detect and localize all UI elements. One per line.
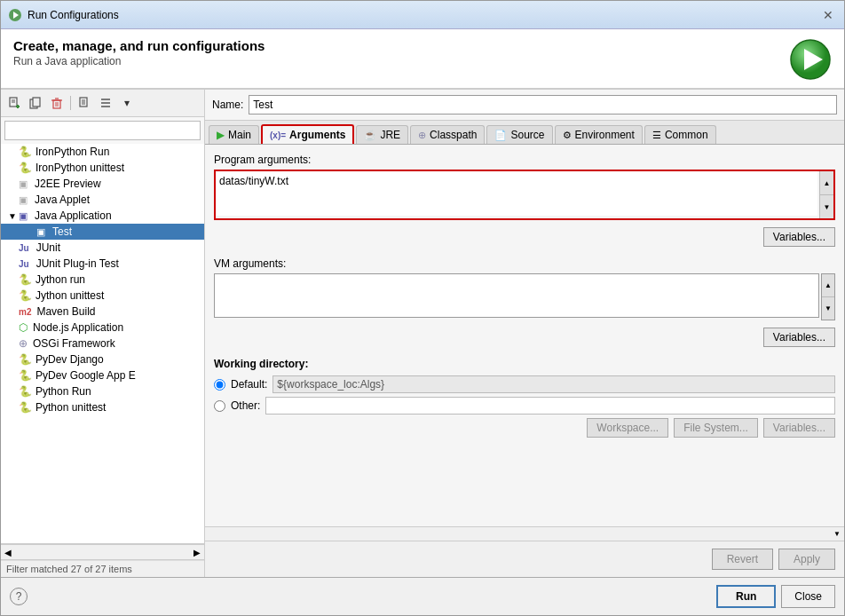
python-unittest-icon: 🐍 bbox=[19, 401, 32, 414]
java-app-icon: ▣ bbox=[19, 210, 28, 222]
tab-classpath[interactable]: ⊕ Classpath bbox=[410, 125, 485, 144]
vm-scroll-up-btn[interactable]: ▲ bbox=[822, 274, 834, 297]
tree-item-jython-unittest[interactable]: 🐍 Jython unittest bbox=[1, 288, 204, 304]
python-run-icon: 🐍 bbox=[19, 385, 32, 398]
tree-item-label: Node.js Application bbox=[33, 321, 123, 334]
dropdown-button[interactable]: ▾ bbox=[117, 93, 137, 113]
tree-item-nodejs[interactable]: ⬡ Node.js Application bbox=[1, 320, 204, 336]
junit-plugin-icon: Ju bbox=[19, 259, 29, 269]
tree-item-java-app-group[interactable]: ▼ ▣ Java Application bbox=[1, 208, 204, 224]
tree-item-junit-plugin[interactable]: Ju JUnit Plug-in Test bbox=[1, 256, 204, 272]
expand-icon: ▼ bbox=[8, 211, 17, 221]
left-toolbar: ▾ bbox=[1, 90, 204, 117]
tree-item-label: Python Run bbox=[36, 385, 91, 398]
search-input[interactable] bbox=[4, 121, 201, 140]
other-radio-label: Other: bbox=[231, 399, 260, 412]
duplicate-config-button[interactable] bbox=[26, 93, 45, 113]
tree-item-label: JUnit Plug-in Test bbox=[36, 257, 119, 270]
tree-item-label: Jython run bbox=[36, 273, 85, 286]
tab-environment[interactable]: ⚙ Environment bbox=[555, 125, 643, 144]
other-value-field[interactable] bbox=[265, 397, 835, 415]
scroll-down-indicator[interactable]: ▼ bbox=[833, 530, 841, 538]
header-title: Create, manage, and run configurations bbox=[13, 38, 265, 53]
tree-item-test[interactable]: ▣ Test bbox=[1, 224, 204, 240]
pydev-google-icon: 🐍 bbox=[19, 369, 32, 382]
jython-unittest-icon: 🐍 bbox=[19, 289, 32, 302]
config-tree: 🐍 IronPython Run 🐍 IronPython unittest ▣… bbox=[1, 144, 204, 544]
tab-arguments[interactable]: (x)= Arguments bbox=[261, 124, 354, 144]
vm-args-variables-button[interactable]: Variables... bbox=[763, 328, 835, 347]
collapse-all-button[interactable] bbox=[96, 93, 115, 113]
vm-args-input[interactable] bbox=[214, 273, 819, 318]
title-bar-left: Run Configurations bbox=[8, 8, 119, 22]
run-icon bbox=[8, 8, 22, 22]
footer-close-button[interactable]: Close bbox=[781, 585, 835, 608]
tree-item-pydev-django[interactable]: 🐍 PyDev Django bbox=[1, 351, 204, 367]
help-button[interactable]: ? bbox=[10, 588, 28, 605]
svg-rect-10 bbox=[33, 98, 40, 107]
scroll-left-icon[interactable]: ◀ bbox=[4, 548, 12, 557]
apply-button[interactable]: Apply bbox=[778, 549, 835, 570]
tab-common[interactable]: ☰ Common bbox=[644, 125, 716, 144]
other-radio[interactable] bbox=[214, 400, 225, 412]
dialog-title: Run Configurations bbox=[28, 9, 119, 21]
tab-jre[interactable]: ☕ JRE bbox=[356, 125, 408, 144]
java-applet-icon: ▣ bbox=[19, 194, 28, 206]
tab-main[interactable]: ▶ Main bbox=[209, 125, 259, 144]
vm-args-section: VM arguments: ▲ ▼ Variables... bbox=[214, 257, 835, 347]
header-section: Create, manage, and run configurations R… bbox=[1, 29, 844, 89]
scroll-down-btn[interactable]: ▼ bbox=[820, 195, 833, 218]
scroll-right-icon[interactable]: ▶ bbox=[193, 548, 201, 557]
delete-config-button[interactable] bbox=[47, 93, 67, 113]
tree-item-label: PyDev Google App E bbox=[36, 369, 136, 382]
tree-item-junit[interactable]: Ju JUnit bbox=[1, 240, 204, 256]
vm-scroll-down-btn[interactable]: ▼ bbox=[822, 297, 834, 320]
other-radio-row: Other: bbox=[214, 397, 835, 415]
tree-item-maven[interactable]: m2 Maven Build bbox=[1, 304, 204, 320]
dir-variables-button[interactable]: Variables... bbox=[763, 418, 835, 438]
default-value-field bbox=[272, 375, 835, 393]
tree-item-java-applet[interactable]: ▣ Java Applet bbox=[1, 192, 204, 208]
tab-source[interactable]: 📄 Source bbox=[486, 125, 552, 144]
header-content: Create, manage, and run configurations R… bbox=[1, 29, 844, 89]
new-config-button[interactable] bbox=[4, 93, 24, 113]
program-args-scrollbar: ▲ ▼ bbox=[819, 171, 833, 218]
dir-buttons-row: Workspace... File System... Variables... bbox=[214, 418, 835, 438]
run-play-button[interactable] bbox=[789, 38, 832, 81]
run-button[interactable]: Run bbox=[716, 585, 776, 608]
tree-item-python-run[interactable]: 🐍 Python Run bbox=[1, 383, 204, 399]
program-args-wrapper: datas/tinyW.txt ▲ ▼ bbox=[214, 170, 835, 220]
tree-item-label: IronPython unittest bbox=[36, 162, 124, 174]
working-dir-label: Working directory: bbox=[214, 358, 835, 370]
arguments-tab-icon: (x)= bbox=[270, 130, 286, 140]
environment-tab-icon: ⚙ bbox=[563, 130, 572, 141]
program-args-variables-button[interactable]: Variables... bbox=[763, 227, 835, 247]
jython-run-icon: 🐍 bbox=[19, 273, 32, 286]
filesystem-button[interactable]: File System... bbox=[674, 418, 758, 438]
tree-item-pydev-google[interactable]: 🐍 PyDev Google App E bbox=[1, 367, 204, 383]
tab-environment-label: Environment bbox=[575, 129, 635, 141]
common-tab-icon: ☰ bbox=[652, 130, 661, 141]
tree-item-ironpython-unittest[interactable]: 🐍 IronPython unittest bbox=[1, 160, 204, 176]
tree-item-j2ee[interactable]: ▣ J2EE Preview bbox=[1, 176, 204, 192]
tree-item-ironpython-run[interactable]: 🐍 IronPython Run bbox=[1, 144, 204, 160]
footer-buttons: Run Close bbox=[716, 585, 835, 608]
tree-item-label: Java Applet bbox=[35, 193, 90, 206]
default-radio[interactable] bbox=[214, 379, 225, 391]
tab-common-label: Common bbox=[665, 129, 708, 141]
filter-button[interactable] bbox=[75, 93, 94, 113]
tree-item-osgi[interactable]: ⊕ OSGi Framework bbox=[1, 336, 204, 351]
close-window-button[interactable]: ✕ bbox=[819, 6, 837, 24]
tree-item-python-unittest[interactable]: 🐍 Python unittest bbox=[1, 399, 204, 415]
tree-item-jython-run[interactable]: 🐍 Jython run bbox=[1, 272, 204, 288]
scroll-up-btn[interactable]: ▲ bbox=[820, 171, 833, 195]
default-radio-row: Default: bbox=[214, 375, 835, 393]
revert-button[interactable]: Revert bbox=[712, 549, 773, 570]
main-content: ▾ 🐍 IronPython Run 🐍 IronPython unittest… bbox=[1, 89, 844, 577]
tab-arguments-label: Arguments bbox=[289, 129, 345, 141]
tree-item-label: Maven Build bbox=[36, 305, 95, 318]
bottom-bar: Revert Apply bbox=[205, 541, 844, 577]
name-input[interactable] bbox=[249, 95, 837, 115]
workspace-button[interactable]: Workspace... bbox=[587, 418, 668, 438]
program-args-input[interactable]: datas/tinyW.txt bbox=[216, 171, 817, 216]
